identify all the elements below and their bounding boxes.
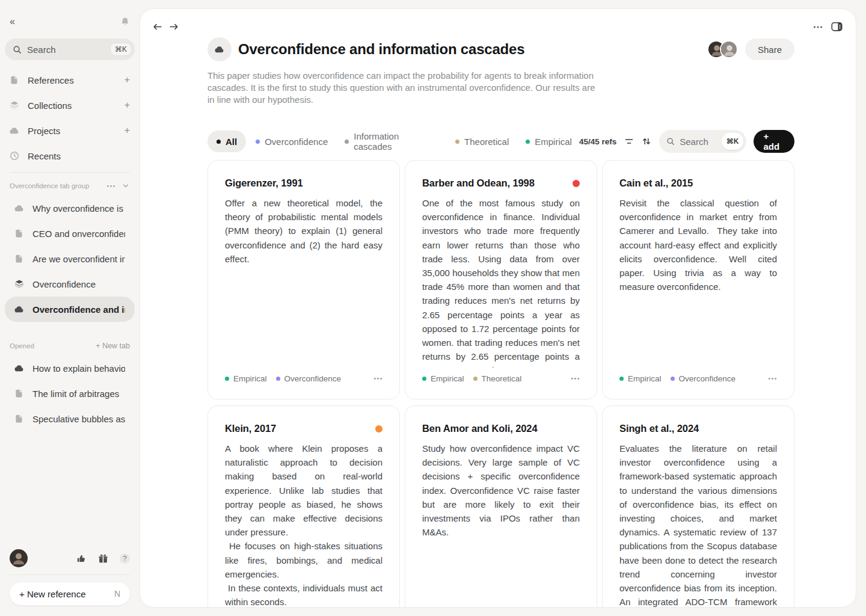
back-arrow-icon[interactable] [152, 22, 162, 32]
tab-item[interactable]: Are we overconfident in... [5, 246, 135, 271]
reference-card[interactable]: Barber and Odean, 1998 One of the most f… [405, 160, 597, 399]
sidebar-item-projects[interactable]: Projects + [0, 118, 140, 143]
tag[interactable]: Empirical [619, 374, 662, 383]
clock-icon [10, 151, 20, 161]
refs-search-input[interactable]: Search ⌘K [659, 130, 746, 153]
search-icon [13, 45, 22, 54]
opened-item[interactable]: Speculative bubbles as a... [5, 406, 135, 431]
tag-dot [671, 377, 675, 381]
document-icon [10, 75, 20, 85]
filter-chip-overconfidence[interactable]: Overconfidence [248, 131, 335, 152]
cloud-icon [14, 363, 25, 373]
filter-dot [455, 140, 459, 144]
document-icon [14, 414, 25, 424]
forward-arrow-icon[interactable] [169, 22, 179, 32]
new-reference-shortcut: N [114, 589, 120, 599]
divider [10, 172, 130, 173]
card-more-icon[interactable] [768, 374, 777, 383]
tag[interactable]: Theoretical [473, 374, 522, 383]
sidebar-item-references[interactable]: References + [0, 67, 140, 93]
tag[interactable]: Overconfidence [276, 374, 342, 383]
filter-chip-theoretical[interactable]: Theoretical [448, 131, 516, 152]
reference-card[interactable]: Ben Amor and Koli, 2024 Study how overco… [405, 405, 597, 608]
tag-dot [276, 377, 280, 381]
add-reference-icon[interactable]: + [124, 75, 130, 85]
tag[interactable]: Empirical [225, 374, 267, 383]
thumbs-up-icon[interactable] [76, 553, 87, 564]
more-options-icon[interactable] [813, 22, 823, 32]
add-project-icon[interactable]: + [124, 125, 130, 136]
gift-icon[interactable] [98, 553, 108, 564]
filter-dot [216, 140, 221, 144]
tag-dot [473, 377, 478, 381]
new-tab-button[interactable]: + New tab [96, 342, 130, 350]
card-summary: Offer a new theoretical model, the theor… [225, 196, 382, 368]
filter-toolbar: All Overconfidence Information cascades … [207, 130, 794, 153]
tag-dot [225, 377, 229, 381]
card-title: Cain et al., 2015 [619, 177, 777, 189]
reference-card[interactable]: Cain et al., 2015 Revisit the classical … [602, 160, 794, 399]
toggle-side-panel-icon[interactable] [831, 21, 843, 32]
tab-item[interactable]: Why overconfidence is n... [5, 196, 135, 221]
tab-group-title: Overconfidence tab group [10, 182, 106, 189]
card-summary: Evaluates the literature on retail inves… [619, 442, 777, 608]
main-panel: Overconfidence and information cascades … [140, 8, 856, 608]
document-icon [14, 229, 25, 238]
filter-chip-information-cascades[interactable]: Information cascades [337, 131, 446, 152]
opened-list: How to explain behaviora... The limit of… [0, 356, 140, 431]
share-button[interactable]: Share [745, 38, 794, 60]
status-dot [375, 425, 382, 433]
card-title: Singh et al., 2024 [619, 423, 777, 434]
status-dot [573, 180, 580, 187]
card-summary: A book where Klein proposes a naturalist… [225, 442, 382, 608]
opened-item[interactable]: The limit of arbitrages [5, 381, 135, 406]
filter-chip-empirical[interactable]: Empirical [518, 131, 579, 152]
sort-icon[interactable] [642, 137, 651, 146]
filter-icon[interactable] [624, 137, 634, 146]
search-shortcut-badge: ⌘K [110, 43, 132, 56]
card-more-icon[interactable] [571, 374, 580, 383]
search-placeholder: Search [27, 45, 110, 55]
refs-count: 45/45 refs [579, 137, 616, 146]
tab-item-selected[interactable]: Overconfidence and info... [5, 297, 135, 322]
card-more-icon[interactable] [373, 374, 382, 383]
tab-group-more-icon[interactable] [106, 182, 115, 191]
opened-item[interactable]: How to explain behaviora... [5, 356, 135, 381]
card-title: Ben Amor and Koli, 2024 [422, 423, 580, 434]
tag[interactable]: Overconfidence [671, 374, 736, 383]
layers-icon [10, 100, 20, 110]
collapse-sidebar-icon[interactable]: « [10, 16, 15, 27]
help-icon[interactable]: ? [120, 553, 130, 564]
user-avatar[interactable] [10, 549, 28, 567]
layers-icon [14, 279, 25, 289]
notifications-bell-icon[interactable] [120, 17, 130, 26]
sidebar-search-input[interactable]: Search ⌘K [5, 38, 135, 60]
collaborator-avatar-2[interactable] [720, 40, 738, 58]
tab-item[interactable]: CEO and onverconfidence [5, 221, 135, 246]
sidebar-item-recents[interactable]: Recents [0, 143, 140, 168]
sidebar-item-collections[interactable]: Collections + [0, 93, 140, 118]
filter-dot [256, 140, 260, 144]
add-button[interactable]: + add [754, 130, 794, 153]
sidebar-footer: ? + New reference N [0, 549, 140, 616]
opened-title: Opened [10, 342, 96, 350]
sidebar: « Search ⌘K References + Collections + P… [0, 0, 140, 616]
search-shortcut-badge: ⌘K [722, 133, 744, 150]
card-title: Barber and Odean, 1998 [422, 177, 573, 189]
card-summary: Revisit the classical question of overco… [619, 196, 777, 368]
card-title: Klein, 2017 [225, 423, 375, 434]
reference-card[interactable]: Singh et al., 2024 Evaluates the literat… [602, 405, 794, 608]
tab-group-list: Why overconfidence is n... CEO and onver… [0, 196, 140, 322]
reference-card[interactable]: Klein, 2017 A book where Klein proposes … [207, 405, 400, 608]
tab-item[interactable]: Overconfidence [5, 271, 135, 297]
filter-dot [526, 140, 530, 144]
reference-card[interactable]: Gigerenzer, 1991 Offer a new theoretical… [207, 160, 400, 399]
tag-dot [619, 377, 624, 381]
filter-chip-all[interactable]: All [207, 131, 246, 152]
tag[interactable]: Empirical [422, 374, 464, 383]
reference-cards-grid: Gigerenzer, 1991 Offer a new theoretical… [207, 160, 794, 608]
chevron-down-icon[interactable] [121, 182, 130, 190]
new-reference-button[interactable]: + New reference N [10, 582, 130, 605]
project-description: This paper studies how overconfidence ca… [207, 70, 602, 106]
add-collection-icon[interactable]: + [124, 100, 130, 111]
